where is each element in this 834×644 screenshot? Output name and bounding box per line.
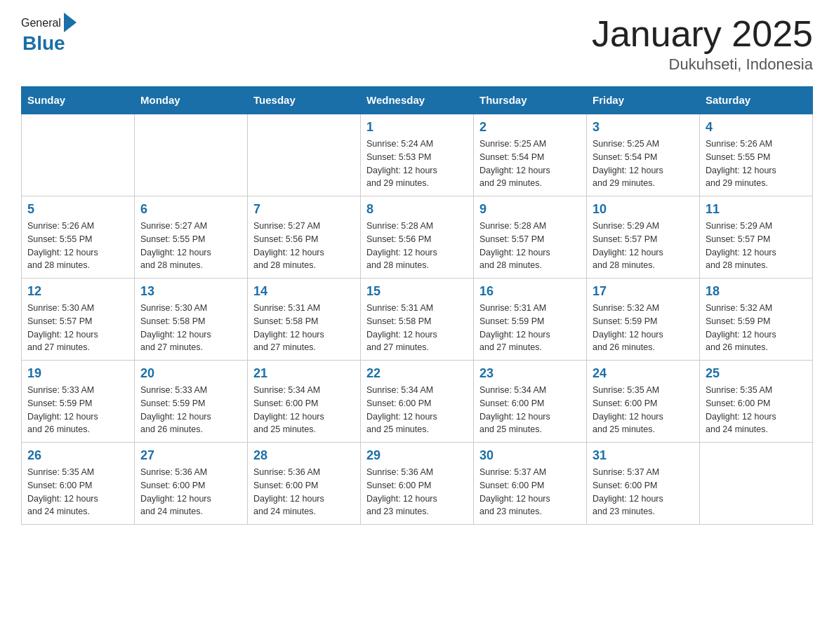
day-info: Sunrise: 5:37 AM Sunset: 6:00 PM Dayligh…: [593, 466, 694, 518]
day-info: Sunrise: 5:25 AM Sunset: 5:54 PM Dayligh…: [593, 137, 694, 190]
calendar-cell: 14Sunrise: 5:31 AM Sunset: 5:58 PM Dayli…: [248, 279, 361, 361]
day-info: Sunrise: 5:33 AM Sunset: 5:59 PM Dayligh…: [27, 384, 128, 436]
day-number: 2: [479, 120, 581, 135]
day-number: 15: [366, 284, 468, 299]
day-number: 10: [593, 202, 694, 217]
day-info: Sunrise: 5:26 AM Sunset: 5:55 PM Dayligh…: [706, 137, 807, 190]
week-row-5: 26Sunrise: 5:35 AM Sunset: 6:00 PM Dayli…: [22, 443, 813, 525]
day-number: 6: [140, 202, 241, 217]
day-info: Sunrise: 5:36 AM Sunset: 6:00 PM Dayligh…: [253, 466, 355, 518]
calendar-cell: 8Sunrise: 5:28 AM Sunset: 5:56 PM Daylig…: [361, 196, 474, 279]
day-number: 30: [479, 448, 581, 463]
week-row-2: 5Sunrise: 5:26 AM Sunset: 5:55 PM Daylig…: [22, 196, 813, 279]
day-header-sunday: Sunday: [22, 87, 135, 114]
day-number: 28: [253, 448, 355, 463]
calendar-cell: [22, 114, 135, 196]
calendar-cell: 9Sunrise: 5:28 AM Sunset: 5:57 PM Daylig…: [474, 196, 587, 279]
day-info: Sunrise: 5:28 AM Sunset: 5:57 PM Dayligh…: [479, 220, 581, 272]
day-number: 17: [593, 284, 694, 299]
day-info: Sunrise: 5:29 AM Sunset: 5:57 PM Dayligh…: [593, 220, 694, 272]
calendar-cell: 1Sunrise: 5:24 AM Sunset: 5:53 PM Daylig…: [361, 114, 474, 196]
day-info: Sunrise: 5:29 AM Sunset: 5:57 PM Dayligh…: [706, 220, 807, 272]
day-info: Sunrise: 5:35 AM Sunset: 6:00 PM Dayligh…: [27, 466, 128, 518]
day-number: 21: [253, 366, 355, 381]
day-info: Sunrise: 5:34 AM Sunset: 6:00 PM Dayligh…: [366, 384, 468, 436]
calendar-cell: 25Sunrise: 5:35 AM Sunset: 6:00 PM Dayli…: [700, 361, 813, 443]
calendar-cell: 16Sunrise: 5:31 AM Sunset: 5:59 PM Dayli…: [474, 279, 587, 361]
day-info: Sunrise: 5:31 AM Sunset: 5:58 PM Dayligh…: [366, 302, 468, 354]
day-info: Sunrise: 5:36 AM Sunset: 6:00 PM Dayligh…: [140, 466, 241, 518]
calendar-cell: 3Sunrise: 5:25 AM Sunset: 5:54 PM Daylig…: [587, 114, 700, 196]
day-info: Sunrise: 5:37 AM Sunset: 6:00 PM Dayligh…: [479, 466, 581, 518]
logo-arrow-icon: [64, 13, 77, 32]
calendar-cell: [248, 114, 361, 196]
calendar-cell: 10Sunrise: 5:29 AM Sunset: 5:57 PM Dayli…: [587, 196, 700, 279]
calendar-cell: 30Sunrise: 5:37 AM Sunset: 6:00 PM Dayli…: [474, 443, 587, 525]
day-number: 18: [706, 284, 807, 299]
day-info: Sunrise: 5:35 AM Sunset: 6:00 PM Dayligh…: [706, 384, 807, 436]
calendar-cell: 26Sunrise: 5:35 AM Sunset: 6:00 PM Dayli…: [22, 443, 135, 525]
day-number: 9: [479, 202, 581, 217]
title-block: January 2025 Dukuhseti, Indonesia: [592, 14, 813, 74]
day-number: 5: [27, 202, 128, 217]
day-number: 23: [479, 366, 581, 381]
logo-blue-text: Blue: [22, 32, 65, 55]
logo-general-text: General: [21, 17, 61, 29]
calendar-cell: 4Sunrise: 5:26 AM Sunset: 5:55 PM Daylig…: [700, 114, 813, 196]
day-number: 31: [593, 448, 694, 463]
day-number: 4: [706, 120, 807, 135]
day-number: 12: [27, 284, 128, 299]
day-info: Sunrise: 5:31 AM Sunset: 5:58 PM Dayligh…: [253, 302, 355, 354]
day-info: Sunrise: 5:33 AM Sunset: 5:59 PM Dayligh…: [140, 384, 241, 436]
day-info: Sunrise: 5:28 AM Sunset: 5:56 PM Dayligh…: [366, 220, 468, 272]
calendar-cell: 27Sunrise: 5:36 AM Sunset: 6:00 PM Dayli…: [135, 443, 248, 525]
calendar-subtitle: Dukuhseti, Indonesia: [592, 55, 813, 74]
day-info: Sunrise: 5:31 AM Sunset: 5:59 PM Dayligh…: [479, 302, 581, 354]
page-header: General Blue January 2025 Dukuhseti, Ind…: [21, 14, 813, 74]
calendar-title: January 2025: [592, 14, 813, 54]
calendar-cell: 29Sunrise: 5:36 AM Sunset: 6:00 PM Dayli…: [361, 443, 474, 525]
calendar-cell: [135, 114, 248, 196]
calendar-cell: 6Sunrise: 5:27 AM Sunset: 5:55 PM Daylig…: [135, 196, 248, 279]
day-number: 26: [27, 448, 128, 463]
calendar-cell: 15Sunrise: 5:31 AM Sunset: 5:58 PM Dayli…: [361, 279, 474, 361]
day-header-wednesday: Wednesday: [361, 87, 474, 114]
day-info: Sunrise: 5:35 AM Sunset: 6:00 PM Dayligh…: [593, 384, 694, 436]
logo: General Blue: [21, 14, 77, 55]
week-row-1: 1Sunrise: 5:24 AM Sunset: 5:53 PM Daylig…: [22, 114, 813, 196]
day-info: Sunrise: 5:34 AM Sunset: 6:00 PM Dayligh…: [479, 384, 581, 436]
day-number: 24: [593, 366, 694, 381]
day-info: Sunrise: 5:30 AM Sunset: 5:58 PM Dayligh…: [140, 302, 241, 354]
week-row-3: 12Sunrise: 5:30 AM Sunset: 5:57 PM Dayli…: [22, 279, 813, 361]
calendar-cell: 17Sunrise: 5:32 AM Sunset: 5:59 PM Dayli…: [587, 279, 700, 361]
day-number: 13: [140, 284, 241, 299]
calendar-cell: 21Sunrise: 5:34 AM Sunset: 6:00 PM Dayli…: [248, 361, 361, 443]
day-number: 8: [366, 202, 468, 217]
calendar-cell: 31Sunrise: 5:37 AM Sunset: 6:00 PM Dayli…: [587, 443, 700, 525]
calendar-cell: [700, 443, 813, 525]
day-info: Sunrise: 5:32 AM Sunset: 5:59 PM Dayligh…: [706, 302, 807, 354]
day-header-monday: Monday: [135, 87, 248, 114]
day-number: 22: [366, 366, 468, 381]
day-header-friday: Friday: [587, 87, 700, 114]
calendar-cell: 5Sunrise: 5:26 AM Sunset: 5:55 PM Daylig…: [22, 196, 135, 279]
calendar-cell: 19Sunrise: 5:33 AM Sunset: 5:59 PM Dayli…: [22, 361, 135, 443]
calendar-cell: 13Sunrise: 5:30 AM Sunset: 5:58 PM Dayli…: [135, 279, 248, 361]
day-info: Sunrise: 5:25 AM Sunset: 5:54 PM Dayligh…: [479, 137, 581, 190]
day-info: Sunrise: 5:34 AM Sunset: 6:00 PM Dayligh…: [253, 384, 355, 436]
day-info: Sunrise: 5:27 AM Sunset: 5:55 PM Dayligh…: [140, 220, 241, 272]
day-number: 25: [706, 366, 807, 381]
calendar-cell: 2Sunrise: 5:25 AM Sunset: 5:54 PM Daylig…: [474, 114, 587, 196]
calendar-cell: 20Sunrise: 5:33 AM Sunset: 5:59 PM Dayli…: [135, 361, 248, 443]
day-info: Sunrise: 5:32 AM Sunset: 5:59 PM Dayligh…: [593, 302, 694, 354]
day-info: Sunrise: 5:27 AM Sunset: 5:56 PM Dayligh…: [253, 220, 355, 272]
calendar-cell: 18Sunrise: 5:32 AM Sunset: 5:59 PM Dayli…: [700, 279, 813, 361]
day-number: 27: [140, 448, 241, 463]
day-number: 19: [27, 366, 128, 381]
day-number: 3: [593, 120, 694, 135]
day-header-thursday: Thursday: [474, 87, 587, 114]
day-number: 20: [140, 366, 241, 381]
day-number: 29: [366, 448, 468, 463]
calendar-cell: 28Sunrise: 5:36 AM Sunset: 6:00 PM Dayli…: [248, 443, 361, 525]
day-info: Sunrise: 5:24 AM Sunset: 5:53 PM Dayligh…: [366, 137, 468, 190]
